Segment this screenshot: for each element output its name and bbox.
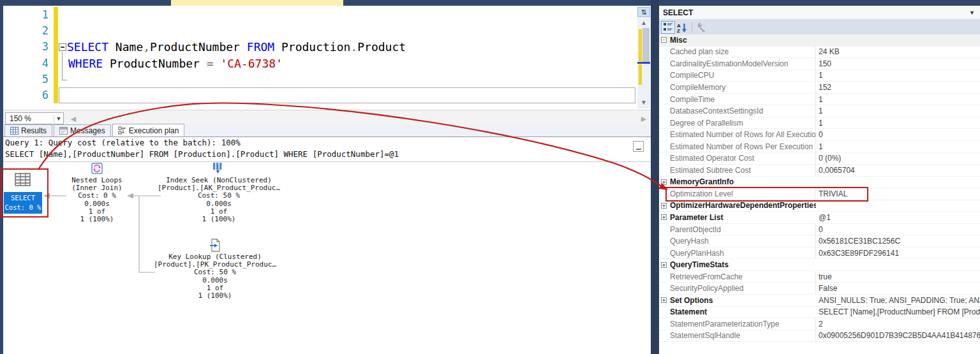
plan-query-header: Query 1: Query cost (relative to the bat… (3, 137, 651, 161)
properties-header[interactable]: SELECT ▼ (659, 6, 980, 19)
property-value[interactable]: 2 (816, 320, 980, 328)
plan-query-statement-text: SELECT [Name],[ProductNumber] FROM [Prod… (3, 149, 651, 160)
active-document-tab[interactable] (171, 0, 343, 6)
property-row[interactable]: Estimated Subtree Cost0,0065704 (659, 165, 980, 177)
chevron-down-icon: ▼ (54, 115, 63, 122)
property-value[interactable]: ANSI_NULLS: True; ANSI_PADDING: True; AN… (816, 296, 980, 305)
property-row[interactable]: QueryHash0x56181CE31BC1256C (659, 235, 980, 247)
property-value[interactable]: 152 (816, 83, 980, 92)
expand-icon[interactable]: + (661, 262, 667, 268)
row-gutter: + (659, 214, 669, 220)
tab-messages[interactable]: Messages (54, 124, 111, 136)
property-row[interactable]: DatabaseContextSettingsId1 (659, 105, 980, 117)
property-name: Degree of Parallelism (669, 117, 816, 129)
properties-title: SELECT (659, 8, 969, 17)
nested-loops-text: Nested Loops(Inner Join)Cost: 0 %0.000s1… (59, 177, 135, 223)
plan-node-line: 1 (100%) (145, 292, 285, 300)
property-value[interactable]: 1 (816, 107, 980, 115)
property-row[interactable]: StatementSELECT [Name],[ProductNumber] F… (659, 307, 980, 319)
result-grid-icon (15, 173, 31, 186)
property-value[interactable]: 0x56181CE31BC1256C (816, 237, 980, 246)
plan-node-line: 1 (100%) (149, 216, 289, 223)
property-name: Estimated Subtree Cost (669, 165, 816, 176)
property-row[interactable]: +QueryTimeStats (659, 259, 980, 271)
alphabetical-sort-button[interactable]: AZ (675, 21, 689, 34)
editor-split-handle[interactable]: ⇅ (637, 7, 650, 17)
index-seek-icon (212, 161, 224, 173)
plan-node-line: 0.000s (59, 200, 135, 208)
property-row[interactable]: +MemoryGrantInfo (659, 177, 980, 189)
select-node-label[interactable]: SELECT Cost: 0 % (4, 192, 42, 214)
property-row[interactable]: CompileTime1 (659, 94, 980, 106)
property-value[interactable]: 24 KB (816, 47, 980, 56)
categorized-icon (664, 23, 673, 32)
property-value[interactable]: 0 (816, 225, 980, 234)
code-line-3[interactable]: SELECT Name,ProductNumber FROM Productio… (59, 39, 406, 55)
tab-execution-plan[interactable]: Execution plan (112, 124, 185, 136)
property-row[interactable]: Degree of Parallelism1 (659, 117, 980, 129)
property-row[interactable]: ParentObjectId0 (659, 224, 980, 236)
property-row[interactable]: +Parameter List@1 (659, 212, 980, 224)
property-row[interactable]: +OptimizerHardwareDependentProperties (659, 200, 980, 212)
expand-icon[interactable]: + (661, 179, 667, 185)
zoom-level-dropdown[interactable]: 150 % ▼ (5, 112, 64, 124)
property-row[interactable]: +Set OptionsANSI_NULLS: True; ANSI_PADDI… (659, 295, 980, 307)
property-row[interactable]: CompileCPU1 (659, 70, 980, 82)
property-pages-button[interactable] (695, 21, 709, 34)
property-name: ParentObjectId (669, 224, 816, 235)
property-value[interactable]: 1 (816, 119, 980, 128)
scroll-down-icon[interactable]: ▼ (637, 99, 650, 107)
property-row[interactable]: Estimated Number of Rows Per Execution1 (659, 141, 980, 153)
property-row[interactable]: CardinalityEstimationModelVersion150 (659, 58, 980, 70)
property-value[interactable]: 1 (816, 95, 980, 104)
scroll-right-icon[interactable]: ▶ (638, 113, 650, 124)
fold-collapse-icon[interactable] (59, 43, 66, 51)
sql-operator: . (350, 40, 357, 54)
property-row[interactable]: Estimated Operator Cost0 (0%) (659, 152, 980, 165)
property-value[interactable]: 0 (816, 130, 980, 139)
property-row[interactable]: RetrievedFromCachetrue (659, 271, 980, 283)
property-value[interactable]: 0 (0%) (816, 154, 980, 163)
expand-icon[interactable]: + (661, 297, 667, 303)
pane-splitter[interactable] (651, 0, 659, 354)
property-value[interactable]: 0,0065704 (816, 166, 980, 175)
tab-label: Execution plan (129, 126, 179, 135)
property-value[interactable]: SELECT [Name],[ProductNumber] FROM [Prod… (816, 307, 980, 316)
property-row[interactable]: StatementParameterizationType2 (659, 318, 980, 330)
property-name: Estimated Number of Rows for All Executi… (669, 129, 816, 140)
scroll-left-icon[interactable]: ◀ (68, 113, 79, 124)
property-value[interactable]: False (816, 284, 980, 293)
property-row[interactable]: Optimization LevelTRIVIAL (659, 188, 980, 200)
property-row[interactable]: Estimated Number of Rows for All Executi… (659, 129, 980, 141)
expand-icon[interactable]: + (661, 214, 667, 220)
expand-icon[interactable]: + (661, 203, 667, 209)
property-row[interactable]: QueryPlanHash0x63C3E89FDF296141 (659, 247, 980, 260)
property-category-row[interactable]: -Misc (659, 34, 980, 47)
scroll-up-icon[interactable]: ▲ (637, 19, 650, 27)
property-row[interactable]: StatementSqlHandle0x09005256D901D7B39C2B… (659, 330, 980, 343)
scrollbar-thumb[interactable] (642, 28, 650, 63)
property-value[interactable]: 1 (816, 71, 980, 80)
collapse-plan-icon[interactable] (633, 141, 644, 152)
execution-plan-icon (118, 126, 126, 135)
property-value[interactable]: 1 (816, 142, 980, 151)
chevron-down-icon[interactable]: ▼ (969, 10, 980, 16)
categorized-view-button[interactable] (661, 21, 675, 34)
plan-node-line: 0.000s (149, 200, 289, 208)
property-row[interactable]: CompileMemory152 (659, 82, 980, 94)
code-line-4[interactable]: WHERE ProductNumber = 'CA-6738' (59, 55, 283, 71)
property-value[interactable]: 150 (816, 59, 980, 68)
property-row[interactable]: Cached plan size24 KB (659, 47, 980, 59)
property-value[interactable]: TRIVIAL (816, 189, 980, 198)
property-value[interactable]: 0x63C3E89FDF296141 (816, 249, 980, 258)
property-value[interactable]: 0x09005256D901D7B39C2B5D4AA41B4148765E (816, 331, 980, 340)
line-number: 3 (26, 39, 48, 55)
plan-query-cost-text: Query 1: Query cost (relative to the bat… (3, 137, 651, 149)
property-value[interactable]: @1 (816, 213, 980, 222)
zoom-level-value: 150 % (6, 114, 54, 123)
tab-results[interactable]: Results (4, 124, 52, 136)
property-value[interactable]: true (816, 272, 980, 281)
collapse-icon[interactable]: - (661, 37, 667, 43)
property-row[interactable]: SecurityPolicyAppliedFalse (659, 283, 980, 295)
row-gutter: - (659, 37, 669, 43)
